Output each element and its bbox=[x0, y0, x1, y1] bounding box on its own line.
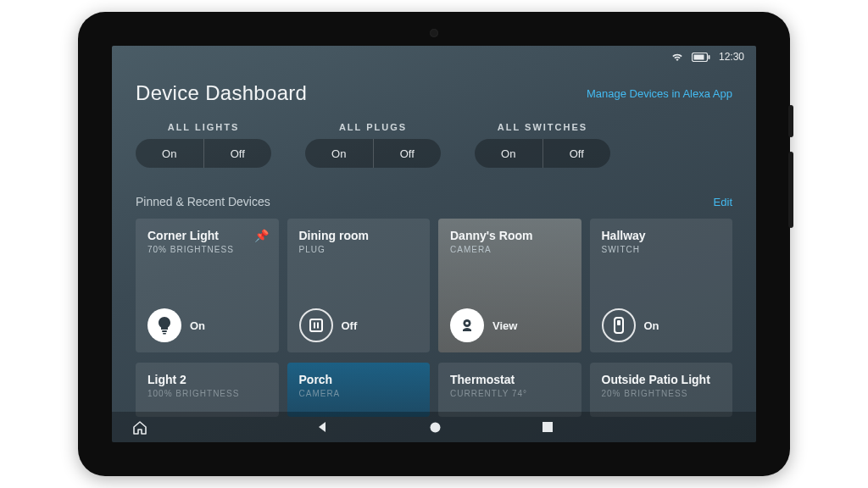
lights-on-button[interactable]: On bbox=[136, 139, 204, 168]
group-all-plugs: ALL PLUGS On Off bbox=[305, 122, 441, 168]
battery-icon bbox=[692, 53, 710, 62]
group-all-switches: ALL SWITCHES On Off bbox=[475, 122, 610, 168]
card-title: Danny's Room bbox=[450, 229, 570, 242]
plug-icon[interactable] bbox=[299, 308, 333, 342]
screen: 12:30 Device Dashboard Manage Devices in… bbox=[112, 46, 756, 442]
card-action-label: Off bbox=[342, 319, 358, 332]
group-label: ALL LIGHTS bbox=[136, 122, 271, 132]
switch-icon[interactable] bbox=[602, 308, 636, 342]
svg-point-12 bbox=[430, 422, 440, 432]
group-all-lights: ALL LIGHTS On Off bbox=[136, 122, 271, 168]
lights-off-button[interactable]: Off bbox=[204, 139, 272, 168]
card-title: Thermostat bbox=[450, 373, 570, 386]
front-camera bbox=[430, 29, 438, 37]
page-title: Device Dashboard bbox=[136, 81, 307, 105]
card-action-label: On bbox=[190, 319, 205, 332]
manage-devices-link[interactable]: Manage Devices in Alexa App bbox=[587, 87, 732, 100]
card-subtitle: 70% BRIGHTNESS bbox=[147, 245, 267, 254]
svg-rect-11 bbox=[617, 320, 620, 325]
switches-off-button[interactable]: Off bbox=[543, 139, 611, 168]
card-porch[interactable]: Porch CAMERA bbox=[287, 363, 431, 417]
card-subtitle: PLUG bbox=[299, 245, 419, 254]
plugs-off-button[interactable]: Off bbox=[374, 139, 442, 168]
card-subtitle: 100% BRIGHTNESS bbox=[147, 389, 267, 398]
svg-rect-7 bbox=[317, 323, 319, 329]
wifi-icon bbox=[671, 52, 683, 62]
volume-rocker[interactable] bbox=[788, 152, 793, 228]
edit-link[interactable]: Edit bbox=[714, 196, 732, 208]
card-action-label: View bbox=[492, 319, 517, 332]
svg-rect-5 bbox=[310, 319, 322, 331]
card-outside-patio-light[interactable]: Outside Patio Light 20% BRIGHTNESS bbox=[590, 363, 733, 417]
nav-back-button[interactable] bbox=[316, 421, 328, 433]
card-subtitle: CURRENTLY 74° bbox=[450, 389, 570, 398]
group-label: ALL SWITCHES bbox=[475, 122, 610, 132]
system-nav-bar bbox=[112, 412, 756, 442]
svg-point-9 bbox=[465, 322, 469, 325]
clock: 12:30 bbox=[719, 51, 744, 63]
card-title: Light 2 bbox=[147, 373, 267, 386]
segmented-plugs[interactable]: On Off bbox=[305, 139, 441, 168]
card-subtitle: CAMERA bbox=[299, 389, 419, 398]
quick-groups: ALL LIGHTS On Off ALL PLUGS On Off ALL S… bbox=[136, 122, 610, 168]
segmented-lights[interactable]: On Off bbox=[136, 139, 271, 168]
plugs-on-button[interactable]: On bbox=[305, 139, 374, 168]
pin-icon: 📌 bbox=[254, 229, 269, 242]
svg-rect-6 bbox=[314, 323, 315, 329]
camera-icon[interactable] bbox=[450, 308, 484, 342]
tablet-frame: 12:30 Device Dashboard Manage Devices in… bbox=[78, 12, 790, 476]
status-bar: 12:30 bbox=[671, 51, 744, 63]
card-corner-light[interactable]: 📌 Corner Light 70% BRIGHTNESS On bbox=[136, 219, 279, 352]
card-action-label: On bbox=[644, 319, 659, 332]
card-subtitle: CAMERA bbox=[450, 245, 570, 254]
card-hallway[interactable]: Hallway SWITCH On bbox=[590, 219, 733, 352]
power-button[interactable] bbox=[788, 105, 793, 137]
card-light-2[interactable]: Light 2 100% BRIGHTNESS bbox=[136, 363, 279, 417]
card-dannys-room[interactable]: Danny's Room CAMERA View bbox=[438, 219, 581, 352]
card-dining-room[interactable]: Dining room PLUG Off bbox=[287, 219, 431, 352]
home-icon[interactable] bbox=[132, 420, 147, 435]
bulb-icon[interactable] bbox=[147, 308, 181, 342]
svg-rect-3 bbox=[162, 330, 167, 332]
segmented-switches[interactable]: On Off bbox=[475, 139, 610, 168]
card-title: Corner Light bbox=[147, 229, 267, 242]
svg-rect-4 bbox=[163, 333, 166, 335]
card-title: Porch bbox=[299, 373, 419, 386]
device-cards-row-1: 📌 Corner Light 70% BRIGHTNESS On Dining … bbox=[136, 219, 732, 352]
pinned-section-title: Pinned & Recent Devices bbox=[136, 195, 270, 208]
card-subtitle: 20% BRIGHTNESS bbox=[602, 389, 721, 398]
card-title: Outside Patio Light bbox=[602, 373, 721, 386]
svg-rect-1 bbox=[693, 54, 704, 59]
svg-rect-13 bbox=[542, 422, 553, 432]
card-title: Hallway bbox=[602, 229, 721, 242]
card-title: Dining room bbox=[299, 229, 419, 242]
nav-home-button[interactable] bbox=[430, 422, 441, 433]
svg-rect-2 bbox=[708, 55, 709, 59]
switches-on-button[interactable]: On bbox=[475, 139, 543, 168]
card-thermostat[interactable]: Thermostat CURRENTLY 74° bbox=[438, 363, 581, 417]
device-cards-row-2: Light 2 100% BRIGHTNESS Porch CAMERA The… bbox=[136, 363, 732, 417]
nav-recents-button[interactable] bbox=[542, 422, 553, 432]
card-subtitle: SWITCH bbox=[602, 245, 721, 254]
group-label: ALL PLUGS bbox=[305, 122, 441, 132]
